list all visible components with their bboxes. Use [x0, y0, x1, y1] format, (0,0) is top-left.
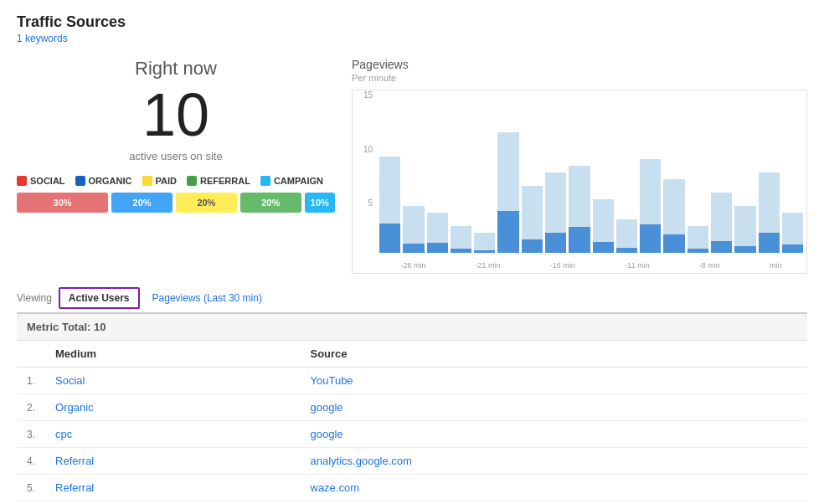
segment-bars: 30% 20% 20% 20% 10%: [17, 193, 335, 213]
tab-active-users[interactable]: Active Users: [59, 287, 140, 309]
chart-bar-group: [782, 94, 803, 253]
row-number: 5.: [17, 475, 45, 501]
chart-bar-group: [451, 94, 471, 253]
pageviews-subtitle: Per minute: [352, 73, 807, 83]
chart-bar-inner: [688, 249, 708, 253]
row-source: YouTube: [301, 368, 808, 394]
row-source: google: [301, 394, 808, 421]
chart-bar-outer: [711, 193, 732, 253]
table-row: 2.Organicgoogle: [17, 394, 807, 421]
chart-bar-inner: [497, 211, 518, 253]
chart-bar-group: [616, 94, 637, 253]
chart-bar-outer: [403, 206, 424, 253]
social-dot: [17, 176, 27, 186]
legend-paid: PAID: [142, 176, 177, 186]
chart-bar-outer: [640, 159, 661, 253]
viewing-label: Viewing: [17, 292, 52, 304]
chart-bar-inner: [569, 227, 590, 253]
table-row: 1.SocialYouTube: [17, 368, 807, 394]
chart-bar-outer: [782, 213, 803, 253]
chart-bar-inner: [640, 224, 661, 253]
chart-bar-group: [474, 94, 495, 253]
chart-bar-inner: [663, 234, 684, 253]
bar-campaign: 10%: [305, 193, 335, 213]
traffic-table: Medium Source 1.SocialYouTube2.Organicgo…: [17, 341, 807, 504]
chart-bar-outer: [663, 179, 684, 253]
legend-campaign: CAMPAIGN: [260, 176, 323, 186]
chart-bar-group: [427, 94, 448, 253]
pageviews-chart: 15 10 5 -26 min -21 min -16 min -11 min …: [352, 90, 807, 274]
bar-referral: 20%: [240, 193, 301, 213]
metric-total-row: Metric Total: 10: [17, 314, 807, 341]
chart-bar-group: [663, 94, 684, 253]
row-medium: Organic: [45, 394, 300, 421]
tab-pageviews-last30[interactable]: Pageviews (Last 30 min): [143, 288, 271, 308]
chart-bar-inner: [427, 243, 448, 253]
chart-bar-group: [759, 94, 780, 253]
chart-bar-outer: [474, 233, 495, 253]
chart-bar-outer: [497, 132, 518, 253]
table-row: 6.affiliatePartners: [17, 501, 807, 505]
chart-bar-group: [711, 94, 732, 253]
chart-bar-group: [688, 94, 708, 253]
chart-bar-outer: [427, 213, 448, 253]
paid-label: PAID: [156, 176, 177, 186]
chart-bar-outer: [688, 226, 708, 253]
page-title: Traffic Sources: [17, 13, 807, 31]
row-source: analytics.google.com: [301, 448, 808, 475]
active-label: active users on site: [17, 150, 335, 162]
chart-bar-outer: [522, 186, 543, 253]
row-number: 4.: [17, 448, 45, 475]
chart-bar-outer: [451, 226, 471, 253]
row-source: waze.com: [301, 475, 808, 501]
row-source: Partners: [301, 501, 808, 505]
row-number: 2.: [17, 394, 45, 421]
legend: SOCIAL ORGANIC PAID REFERRAL CAMPAIGN: [17, 176, 335, 186]
chart-bars-area: [376, 90, 806, 253]
table-header-row: Medium Source: [17, 341, 807, 368]
chart-bar-group: [379, 94, 400, 253]
right-panel: Pageviews Per minute 15 10 5 -26 min -21…: [352, 58, 807, 274]
organic-label: ORGANIC: [89, 176, 132, 186]
paid-dot: [142, 176, 152, 186]
viewing-tabs-row: Viewing Active Users Pageviews (Last 30 …: [17, 287, 807, 314]
main-page: Traffic Sources 1 keywords Right now 10 …: [0, 0, 824, 504]
bar-paid: 20%: [176, 193, 237, 213]
organic-dot: [75, 176, 85, 186]
chart-bar-inner: [782, 244, 803, 253]
col-medium: Medium: [45, 341, 300, 368]
right-now-label: Right now: [17, 58, 335, 80]
social-label: SOCIAL: [30, 176, 65, 186]
chart-bar-inner: [451, 249, 471, 253]
col-source: Source: [301, 341, 808, 368]
legend-organic: ORGANIC: [75, 176, 132, 186]
chart-xaxis: -26 min -21 min -16 min -11 min -8 min m…: [376, 261, 806, 270]
bar-social: 30%: [17, 193, 108, 213]
chart-bar-group: [734, 94, 755, 253]
row-medium: cpc: [45, 421, 300, 448]
table-row: 3.cpcgoogle: [17, 421, 807, 448]
campaign-label: CAMPAIGN: [274, 176, 323, 186]
chart-bar-group: [497, 94, 518, 253]
row-medium: Referral: [45, 475, 300, 501]
chart-bar-inner: [522, 239, 543, 253]
legend-referral: REFERRAL: [187, 176, 250, 186]
chart-bar-inner: [734, 246, 755, 253]
chart-bar-outer: [616, 219, 637, 253]
chart-bar-outer: [593, 199, 614, 253]
left-panel: Right now 10 active users on site SOCIAL…: [17, 58, 335, 274]
row-medium: Referral: [45, 448, 300, 475]
table-row: 5.Referralwaze.com: [17, 475, 807, 501]
bar-organic: 20%: [111, 193, 173, 213]
row-number: 6.: [17, 501, 45, 505]
chart-bar-inner: [403, 244, 424, 253]
pageviews-title: Pageviews: [352, 58, 807, 71]
chart-bar-inner: [616, 248, 637, 253]
row-medium: affiliate: [45, 501, 300, 505]
row-source: google: [301, 421, 808, 448]
chart-bar-inner: [593, 242, 614, 253]
col-num: [17, 341, 45, 368]
page-subtitle: 1 keywords: [17, 33, 807, 44]
table-row: 4.Referralanalytics.google.com: [17, 448, 807, 475]
chart-bar-inner: [711, 241, 732, 253]
